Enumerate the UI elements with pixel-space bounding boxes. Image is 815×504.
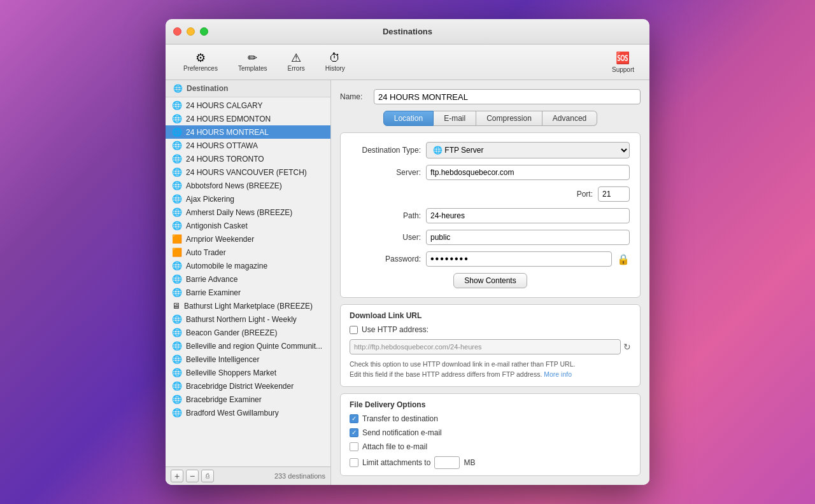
- port-label: Port:: [577, 190, 593, 199]
- sidebar-item-antigonish[interactable]: 🌐 Antigonish Casket: [166, 219, 330, 232]
- file-delivery-title: File Delivery Options: [350, 400, 631, 409]
- download-link-section: Download Link URL Use HTTP address: ↻ Ch…: [340, 304, 641, 387]
- name-field[interactable]: [374, 89, 641, 104]
- globe-icon: 🌐: [172, 261, 182, 270]
- sidebar-item-calgary[interactable]: 🌐 24 HOURS CALGARY: [166, 99, 330, 112]
- globe-icon: 🌐: [172, 408, 182, 417]
- maximize-button[interactable]: [200, 27, 208, 36]
- destination-type-row: Destination Type: 🌐 FTP Server: [351, 142, 630, 158]
- templates-button[interactable]: ✏ Templates: [228, 50, 278, 74]
- main-content: 🌐 Destination 🌐 24 HOURS CALGARY 🌐 24 HO…: [166, 80, 649, 485]
- destination-type-select[interactable]: 🌐 FTP Server: [426, 142, 630, 158]
- orange-icon: 🟧: [172, 248, 182, 257]
- support-button[interactable]: 🆘 Support: [604, 48, 642, 76]
- file-delivery-section: File Delivery Options ✓ Transfer to dest…: [340, 393, 641, 476]
- tab-location[interactable]: Location: [383, 111, 434, 126]
- sidebar-item-amherst[interactable]: 🌐 Amherst Daily News (BREEZE): [166, 206, 330, 219]
- sidebar-item-bradford[interactable]: 🌐 Bradford West Gwillambury: [166, 406, 330, 419]
- sidebar-item-ottawa[interactable]: 🌐 24 HOURS OTTAWA: [166, 139, 330, 152]
- globe-icon: 🌐: [172, 354, 182, 364]
- minimize-button[interactable]: [187, 27, 195, 36]
- sidebar-item-beacon-gander[interactable]: 🌐 Beacon Gander (BREEZE): [166, 326, 330, 339]
- sidebar-list[interactable]: 🌐 24 HOURS CALGARY 🌐 24 HOURS EDMONTON 🌐…: [166, 97, 330, 466]
- user-field[interactable]: [426, 230, 630, 245]
- more-info-link[interactable]: More info: [544, 370, 572, 378]
- globe-icon: 🌐: [172, 221, 182, 230]
- orange-icon: 🟧: [172, 234, 182, 244]
- password-row: Password: 🔒: [351, 251, 630, 267]
- sidebar-item-vancouver[interactable]: 🌐 24 HOURS VANCOUVER (FETCH): [166, 165, 330, 179]
- traffic-lights: [173, 27, 208, 36]
- toolbar: ⚙ Preferences ✏ Templates ⚠ Errors ⏱ His…: [166, 45, 649, 80]
- globe-icon: 🌐: [172, 395, 182, 404]
- globe-icon: 🌐: [172, 114, 182, 123]
- http-url-field[interactable]: [350, 339, 621, 354]
- remove-destination-button[interactable]: −: [186, 470, 199, 482]
- destination-type-label: Destination Type:: [351, 146, 421, 155]
- limit-unit: MB: [464, 458, 475, 467]
- port-field[interactable]: [598, 186, 630, 202]
- history-button[interactable]: ⏱ History: [315, 50, 355, 74]
- sidebar-item-bracebridge-dist[interactable]: 🌐 Bracebridge District Weekender: [166, 379, 330, 393]
- globe-icon: 🌐: [172, 194, 182, 204]
- tab-compression[interactable]: Compression: [476, 111, 542, 126]
- sidebar-item-bathurst-light[interactable]: 🖥 Bathurst Light Marketplace (BREEZE): [166, 299, 330, 312]
- sidebar-item-barrie-adv[interactable]: 🌐 Barrie Advance: [166, 272, 330, 286]
- globe-icon: 🌐: [172, 207, 182, 217]
- location-form: Destination Type: 🌐 FTP Server Server: P…: [340, 132, 641, 298]
- refresh-icon[interactable]: ↻: [623, 342, 631, 352]
- sidebar-item-ajax[interactable]: 🌐 Ajax Pickering: [166, 192, 330, 206]
- detail-pane: Name: Location E-mail Compression Advanc…: [331, 80, 649, 485]
- sidebar-item-edmonton[interactable]: 🌐 24 HOURS EDMONTON: [166, 112, 330, 125]
- tab-advanced[interactable]: Advanced: [542, 111, 597, 126]
- close-button[interactable]: [173, 27, 181, 36]
- sidebar-item-bracebridge-exam[interactable]: 🌐 Bracebridge Examiner: [166, 393, 330, 406]
- sidebar-item-belleville-intel[interactable]: 🌐 Belleville Intelligencer: [166, 353, 330, 366]
- sidebar-item-belleville-shop[interactable]: 🌐 Belleville Shoppers Market: [166, 366, 330, 379]
- sidebar-item-abbotsford[interactable]: 🌐 Abbotsford News (BREEZE): [166, 179, 330, 192]
- name-label: Name:: [340, 92, 369, 101]
- support-icon: 🆘: [616, 51, 630, 65]
- attach-file-checkbox[interactable]: [350, 442, 358, 451]
- use-http-row: Use HTTP address:: [350, 325, 631, 334]
- limit-attachments-checkbox[interactable]: [350, 458, 358, 467]
- tab-email[interactable]: E-mail: [434, 111, 476, 126]
- globe-icon: 🌐: [172, 141, 182, 150]
- sidebar-item-barrie-exam[interactable]: 🌐 Barrie Examiner: [166, 286, 330, 299]
- window-title: Destinations: [383, 27, 432, 36]
- http-note: Check this option to use HTTP download l…: [350, 360, 631, 380]
- errors-button[interactable]: ⚠ Errors: [278, 50, 315, 74]
- sidebar-item-bathurst-north[interactable]: 🌐 Bathurst Northern Light - Weekly: [166, 312, 330, 326]
- templates-label: Templates: [238, 65, 267, 72]
- limit-value-field[interactable]: [434, 456, 460, 469]
- sidebar-item-montreal[interactable]: 🌐 24 HOURS MONTREAL: [166, 125, 330, 139]
- server-field[interactable]: [426, 165, 630, 180]
- send-notification-checkbox[interactable]: ✓: [350, 428, 358, 437]
- sidebar-item-belleville-quinte[interactable]: 🌐 Belleville and region Quinte Communit.…: [166, 339, 330, 353]
- sidebar-item-automobile[interactable]: 🌐 Automobile le magazine: [166, 259, 330, 272]
- sidebar-header-label: Destination: [187, 84, 228, 93]
- errors-label: Errors: [288, 65, 305, 72]
- sidebar: 🌐 Destination 🌐 24 HOURS CALGARY 🌐 24 HO…: [166, 80, 331, 485]
- edit-destination-button[interactable]: ⎙: [201, 470, 214, 482]
- globe-icon: 🌐: [172, 368, 182, 377]
- transfer-checkbox[interactable]: ✓: [350, 414, 358, 423]
- path-label: Path:: [351, 211, 421, 220]
- sidebar-item-arnprior[interactable]: 🟧 Arnprior Weekender: [166, 232, 330, 246]
- password-field[interactable]: [426, 251, 612, 267]
- pencil-icon: ✏: [248, 52, 257, 64]
- add-destination-button[interactable]: +: [171, 470, 183, 482]
- server-label: Server:: [351, 168, 421, 177]
- path-field[interactable]: [426, 208, 630, 223]
- preferences-button[interactable]: ⚙ Preferences: [173, 50, 228, 74]
- password-label: Password:: [351, 255, 421, 263]
- sidebar-item-autotrader[interactable]: 🟧 Auto Trader: [166, 246, 330, 259]
- globe-icon: 🌐: [172, 274, 182, 284]
- sidebar-item-toronto[interactable]: 🌐 24 HOURS TORONTO: [166, 152, 330, 165]
- tab-bar: Location E-mail Compression Advanced: [340, 111, 641, 126]
- limit-attachments-row: Limit attachments to MB: [350, 456, 631, 469]
- use-http-checkbox[interactable]: [350, 326, 358, 334]
- sidebar-footer: + − ⎙ 233 destinations: [166, 466, 330, 485]
- globe-icon: 🌐: [172, 101, 182, 110]
- show-contents-button[interactable]: Show Contents: [453, 273, 527, 288]
